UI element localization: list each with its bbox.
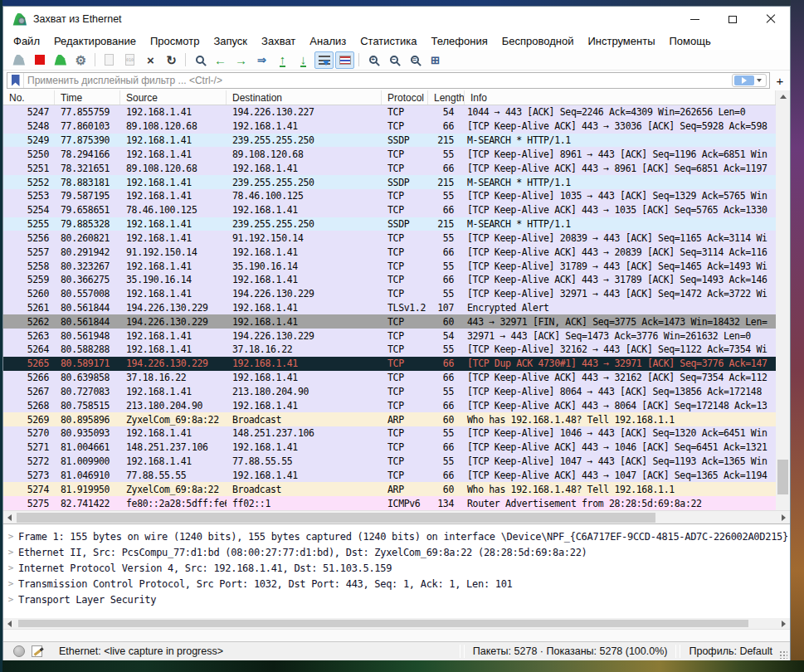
scroll-right-arrow-icon[interactable]: [777, 511, 790, 523]
expand-chevron-icon[interactable]: >: [3, 594, 18, 605]
table-row[interactable]: 525780.29194291.192.150.14192.168.1.41TC…: [3, 245, 776, 259]
column-header-no[interactable]: No.: [3, 90, 55, 105]
detail-line-4[interactable]: >Transport Layer Security: [3, 592, 790, 607]
table-row[interactable]: 525579.885328192.168.1.41239.255.255.250…: [3, 217, 776, 231]
details-scroll-thumb[interactable]: [18, 620, 748, 627]
packet-list-vertical-scrollbar[interactable]: [776, 90, 790, 523]
resize-columns-icon[interactable]: ⊞: [426, 51, 445, 69]
table-row[interactable]: 526980.895896ZyxelCom_69:8a:22BroadcastA…: [3, 412, 776, 426]
vertical-scroll-thumb[interactable]: [777, 460, 788, 494]
table-row[interactable]: 524777.855759192.168.1.41194.226.130.227…: [3, 105, 776, 119]
table-row[interactable]: 526080.557008192.168.1.41194.226.130.229…: [3, 287, 776, 301]
expert-info-icon[interactable]: [13, 645, 25, 657]
maximize-button[interactable]: [714, 7, 752, 32]
menu-item-8[interactable]: Беспроводной: [502, 35, 574, 47]
first-packet-icon[interactable]: ↑: [273, 51, 292, 69]
save-file-icon[interactable]: 010: [120, 51, 139, 69]
start-capture-icon[interactable]: [9, 51, 28, 69]
colorize-icon[interactable]: [335, 51, 354, 69]
scroll-up-arrow-icon[interactable]: [776, 90, 790, 103]
table-row[interactable]: 525880.323267192.168.1.4135.190.16.14TCP…: [3, 259, 776, 273]
menu-item-0[interactable]: Файл: [13, 35, 40, 47]
title-bar[interactable]: Захват из Ethernet: [3, 7, 790, 32]
table-row[interactable]: 527181.004661148.251.237.106192.168.1.41…: [3, 441, 776, 455]
open-file-icon[interactable]: [100, 51, 119, 69]
auto-scroll-icon[interactable]: [314, 51, 334, 69]
menu-item-3[interactable]: Запуск: [213, 35, 247, 47]
column-header-destination[interactable]: Destination: [227, 90, 382, 105]
scroll-left-arrow-icon[interactable]: [3, 511, 16, 523]
detail-line-2[interactable]: >Internet Protocol Version 4, Src: 192.1…: [3, 560, 790, 576]
minimize-button[interactable]: [675, 7, 714, 32]
filter-dropdown-caret-icon[interactable]: [757, 79, 762, 82]
stop-capture-icon[interactable]: [30, 51, 49, 69]
detail-line-3[interactable]: >Transmission Control Protocol, Src Port…: [3, 576, 790, 592]
table-row[interactable]: 527281.009900192.168.1.4177.88.55.55TCP5…: [3, 455, 776, 469]
column-header-protocol[interactable]: Protocol: [382, 90, 428, 105]
table-row[interactable]: 525178.32165189.108.120.68192.168.1.41TC…: [3, 161, 776, 175]
column-header-time[interactable]: Time: [55, 90, 120, 105]
table-row[interactable]: 527481.919950ZyxelCom_69:8a:22BroadcastA…: [3, 482, 776, 496]
expand-chevron-icon[interactable]: >: [3, 531, 18, 542]
expand-chevron-icon[interactable]: >: [3, 547, 18, 558]
detail-line-0[interactable]: >Frame 1: 155 bytes on wire (1240 bits),…: [3, 528, 790, 544]
expand-chevron-icon[interactable]: >: [3, 578, 18, 589]
table-row[interactable]: 526480.588288192.168.1.4137.18.16.22TCP5…: [3, 343, 776, 357]
column-header-source[interactable]: Source: [120, 90, 227, 105]
column-header-info[interactable]: Info: [465, 90, 776, 105]
table-row[interactable]: 524877.86010389.108.120.68192.168.1.41TC…: [3, 119, 776, 134]
reload-file-icon[interactable]: ↻: [162, 51, 181, 69]
column-header-length[interactable]: Length: [428, 90, 465, 105]
close-file-icon[interactable]: ×: [141, 51, 160, 69]
apply-filter-button[interactable]: [734, 75, 754, 85]
filter-bookmark-button[interactable]: [7, 73, 24, 88]
table-row[interactable]: 526180.561844194.226.130.229192.168.1.41…: [3, 301, 776, 315]
menu-item-7[interactable]: Телефония: [431, 35, 487, 47]
details-scroll-left-arrow-icon[interactable]: [3, 618, 16, 629]
find-packet-icon[interactable]: [190, 51, 209, 69]
close-button[interactable]: [752, 7, 790, 32]
table-row[interactable]: 527080.935093192.168.1.41148.251.237.106…: [3, 426, 776, 441]
zoom-out-icon[interactable]: −: [384, 51, 403, 69]
table-row[interactable]: 525680.260821192.168.1.4191.192.150.14TC…: [3, 231, 776, 245]
resize-grip[interactable]: [779, 650, 787, 659]
table-row[interactable]: 526780.727083192.168.1.41213.180.204.90T…: [3, 385, 776, 399]
table-row[interactable]: 527381.04691077.88.55.55192.168.1.41TCP6…: [3, 469, 776, 483]
table-row[interactable]: 525980.36627535.190.16.14192.168.1.41TCP…: [3, 273, 776, 287]
table-row[interactable]: 525479.65865178.46.100.125192.168.1.41TC…: [3, 203, 776, 217]
table-row[interactable]: 526380.561948192.168.1.41194.226.130.229…: [3, 329, 776, 343]
details-scroll-right-arrow-icon[interactable]: [777, 618, 790, 629]
display-filter-field[interactable]: [7, 72, 770, 89]
table-row[interactable]: 525278.883181192.168.1.41239.255.255.250…: [3, 175, 776, 189]
last-packet-icon[interactable]: ↓: [294, 51, 313, 69]
add-filter-button[interactable]: +: [773, 75, 787, 87]
zoom-100-icon[interactable]: =: [405, 51, 424, 69]
menu-item-6[interactable]: Статистика: [360, 35, 417, 47]
go-to-packet-icon[interactable]: ⇒: [252, 51, 271, 69]
table-row[interactable]: 525379.587195192.168.1.4178.46.100.125TC…: [3, 189, 776, 203]
menu-item-9[interactable]: Инструменты: [587, 35, 655, 47]
capture-comment-icon[interactable]: [32, 645, 42, 657]
previous-packet-icon[interactable]: ←: [211, 51, 230, 69]
next-packet-icon[interactable]: →: [231, 51, 251, 69]
table-row[interactable]: 526280.561844194.226.130.229192.168.1.41…: [3, 314, 776, 329]
menu-item-1[interactable]: Редактирование: [54, 35, 136, 47]
table-row[interactable]: 525078.294166192.168.1.4189.108.120.68TC…: [3, 147, 776, 161]
profile-text[interactable]: Профиль: Default: [682, 645, 779, 657]
table-row[interactable]: 526580.589171194.226.130.229192.168.1.41…: [3, 357, 776, 371]
table-row[interactable]: 526880.758515213.180.204.90192.168.1.41T…: [3, 398, 776, 412]
menu-item-5[interactable]: Анализ: [309, 35, 346, 47]
table-row[interactable]: 524977.875390192.168.1.41239.255.255.250…: [3, 134, 776, 148]
menu-item-2[interactable]: Просмотр: [150, 35, 199, 47]
details-horizontal-scrollbar[interactable]: [3, 618, 790, 629]
expand-chevron-icon[interactable]: >: [3, 562, 18, 573]
table-row[interactable]: 527582.741422fe80::2a28:5dff:fe6ff02::1I…: [3, 496, 776, 510]
packet-list-horizontal-scrollbar[interactable]: [3, 510, 790, 523]
restart-capture-icon[interactable]: [51, 51, 70, 69]
capture-options-icon[interactable]: ⚙: [71, 51, 90, 69]
menu-item-4[interactable]: Захват: [261, 35, 295, 47]
display-filter-input[interactable]: [24, 74, 732, 87]
menu-item-10[interactable]: Помощь: [670, 35, 711, 47]
table-row[interactable]: 526680.63985837.18.16.22192.168.1.41TCP6…: [3, 371, 776, 385]
detail-line-1[interactable]: >Ethernet II, Src: PcsCompu_77:d1:bd (08…: [3, 544, 790, 560]
